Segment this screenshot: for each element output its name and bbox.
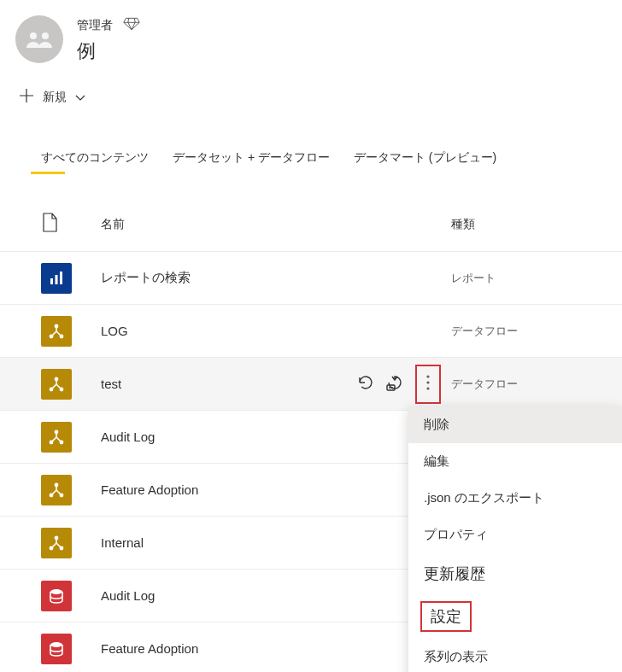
workspace-header: 管理者 例 (0, 0, 622, 64)
document-icon (41, 213, 58, 236)
admin-label: 管理者 (77, 18, 113, 33)
tab-all-content[interactable]: すべてのコンテンツ (41, 150, 149, 174)
more-options-button[interactable] (415, 365, 441, 404)
row-kind: データフロー (451, 324, 622, 339)
tab-datasets-dataflows[interactable]: データセット + データフロー (173, 150, 330, 174)
row-name[interactable]: Internal (101, 535, 332, 550)
table-row[interactable]: testデータフロー (0, 357, 622, 410)
menu-item-settings-wrap: 設定 (408, 594, 622, 639)
schedule-refresh-icon[interactable] (386, 374, 403, 394)
row-kind: レポート (451, 271, 622, 286)
row-name[interactable]: test (101, 377, 332, 391)
row-name[interactable]: Audit Log (101, 429, 332, 444)
row-name[interactable]: Feature Adoption (101, 482, 332, 497)
dataflow-type-icon (41, 528, 72, 558)
plus-icon (19, 88, 34, 106)
dataflow-type-icon (41, 422, 72, 453)
menu-item[interactable]: プロパティ (408, 517, 622, 553)
workspace-name: 例 (77, 38, 140, 64)
chevron-down-icon (75, 91, 85, 104)
content-tabs: すべてのコンテンツ データセット + データフロー データマート (プレビュー) (0, 120, 622, 175)
row-name[interactable]: Audit Log (101, 588, 332, 603)
context-menu: 削除編集.json のエクスポートプロパティ更新履歴設定系列の表示 (408, 406, 622, 672)
table-header: 名前 種類 (0, 213, 622, 251)
report-type-icon (41, 263, 72, 294)
menu-item[interactable]: .json のエクスポート (408, 480, 622, 517)
new-button[interactable]: 新規 (12, 83, 92, 111)
toolbar: 新規 (0, 64, 622, 120)
menu-item[interactable]: 更新履歴 (408, 553, 622, 594)
dataflow-type-icon (41, 316, 72, 347)
dataflow-type-icon (41, 369, 72, 400)
workspace-avatar (15, 15, 63, 63)
column-header-name[interactable]: 名前 (101, 217, 332, 232)
menu-item-settings[interactable]: 設定 (420, 601, 472, 632)
more-vertical-icon (426, 375, 430, 393)
people-icon (25, 31, 54, 48)
svg-point-0 (30, 32, 37, 39)
menu-item[interactable]: 系列の表示 (408, 639, 622, 672)
premium-diamond-icon (123, 17, 140, 33)
datamart-type-icon (41, 634, 72, 664)
column-header-kind[interactable]: 種類 (451, 217, 622, 232)
tab-datamarts[interactable]: データマート (プレビュー) (354, 150, 496, 174)
menu-item[interactable]: 削除 (408, 406, 622, 443)
row-kind: データフロー (451, 377, 622, 392)
dataflow-type-icon (41, 475, 72, 505)
row-name[interactable]: Feature Adoption (101, 641, 332, 656)
table-row[interactable]: レポートの検索レポート (0, 251, 622, 304)
new-button-label: 新規 (43, 90, 67, 105)
menu-item[interactable]: 編集 (408, 443, 622, 480)
svg-point-1 (42, 32, 49, 39)
datamart-type-icon (41, 581, 72, 611)
refresh-icon[interactable] (357, 374, 374, 394)
row-name[interactable]: レポートの検索 (101, 270, 332, 286)
workspace-header-text: 管理者 例 (77, 15, 140, 64)
table-row[interactable]: LOGデータフロー (0, 304, 622, 357)
row-name[interactable]: LOG (101, 324, 332, 338)
